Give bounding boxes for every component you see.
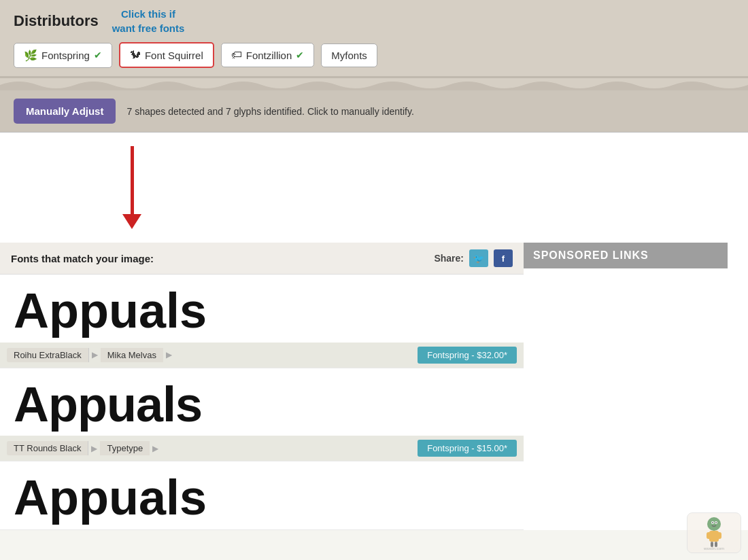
click-hint-line2: want free fonts	[112, 21, 185, 35]
font-result-2: Appuals TT Rounds Black ▶ Typetype ▶ Fon…	[0, 368, 524, 462]
twitter-icon: 🐦	[473, 253, 484, 264]
wavy-divider	[0, 78, 748, 90]
arrow-section	[0, 133, 748, 243]
font-name-1: Roihu ExtraBlack	[7, 348, 89, 362]
fontsquirrel-button[interactable]: 🐿 Font Squirrel	[119, 42, 214, 68]
manually-adjust-button[interactable]: Manually Adjust	[14, 99, 116, 124]
fontzillion-label: Fontzillion	[246, 50, 292, 61]
manually-adjust-info: 7 shapes detected and 7 glyphs identifie…	[126, 106, 413, 117]
watermark-area: wsxdn.com	[687, 512, 741, 553]
share-twitter-button[interactable]: 🐦	[469, 249, 488, 267]
sponsored-links-header: Sponsored Links	[524, 243, 728, 268]
red-arrow	[122, 146, 141, 229]
font-arrow-2: ▶	[88, 444, 100, 453]
svg-rect-6	[709, 531, 719, 542]
arrow-head	[122, 214, 141, 229]
wsxdn-logo: wsxdn.com	[687, 512, 741, 553]
font-tags-2: TT Rounds Black ▶ Typetype ▶	[7, 441, 161, 455]
fontspring-icon: 🌿	[24, 49, 37, 62]
svg-point-1	[707, 517, 721, 531]
fontspring-button[interactable]: 🌿 Fontspring ✔	[14, 43, 112, 68]
fontsquirrel-label: Font Squirrel	[145, 50, 203, 61]
font-preview-1: Appuals	[14, 285, 510, 337]
fontzillion-button[interactable]: 🏷 Fontzillion ✔	[221, 43, 315, 67]
results-section: Fonts that match your image: Share: 🐦 f …	[0, 243, 524, 530]
arrow-line	[131, 146, 134, 214]
buy-button-2[interactable]: Fontspring - $15.00*	[418, 440, 517, 457]
font-arrow-2b: ▶	[150, 444, 161, 453]
wsxdn-logo-svg: wsxdn.com	[690, 516, 738, 550]
font-preview-3: Appuals	[14, 472, 510, 524]
fontzillion-icon: 🏷	[231, 49, 242, 61]
fonts-match-title: Fonts that match your image:	[11, 253, 154, 264]
fontsquirrel-icon: 🐿	[130, 49, 141, 61]
buy-button-1[interactable]: Fontspring - $32.00*	[418, 347, 517, 364]
click-hint: Click this if want free fonts	[112, 7, 185, 35]
svg-point-4	[712, 522, 713, 523]
fonts-match-header: Fonts that match your image: Share: 🐦 f	[0, 243, 524, 275]
share-facebook-button[interactable]: f	[494, 249, 513, 267]
font-preview-2: Appuals	[14, 379, 510, 431]
myfonts-button[interactable]: Myfonts	[321, 43, 377, 67]
facebook-icon: f	[502, 253, 505, 264]
svg-rect-8	[717, 532, 721, 539]
font-info-bar-2: TT Rounds Black ▶ Typetype ▶ Fontspring …	[0, 436, 524, 461]
svg-rect-7	[707, 532, 711, 539]
distributors-title: Distributors	[14, 7, 99, 30]
manually-adjust-bar: Manually Adjust 7 shapes detected and 7 …	[0, 90, 748, 133]
svg-text:wsxdn.com: wsxdn.com	[703, 546, 724, 550]
font-info-bar-1: Roihu ExtraBlack ▶ Mika Melvas ▶ Fontspr…	[0, 343, 524, 368]
font-author-2: Typetype	[100, 441, 150, 455]
font-result-3: Appuals	[0, 461, 524, 530]
distributors-header: Distributors Click this if want free fon…	[14, 7, 734, 35]
fontspring-label: Fontspring	[41, 50, 90, 61]
svg-point-5	[715, 522, 717, 523]
sidebar: Sponsored Links	[524, 243, 728, 530]
share-section: Share: 🐦 f	[434, 249, 513, 267]
fontspring-check: ✔	[94, 50, 102, 60]
share-label: Share:	[434, 253, 464, 264]
click-hint-line1: Click this if	[112, 7, 185, 21]
top-section: Distributors Click this if want free fon…	[0, 0, 748, 78]
font-author-1: Mika Melvas	[101, 348, 163, 362]
font-tags-1: Roihu ExtraBlack ▶ Mika Melvas ▶	[7, 348, 175, 362]
fontzillion-check: ✔	[296, 50, 304, 60]
font-result-1: Appuals Roihu ExtraBlack ▶ Mika Melvas ▶…	[0, 275, 524, 368]
distributor-buttons: 🌿 Fontspring ✔ 🐿 Font Squirrel 🏷 Fontzil…	[14, 42, 734, 76]
font-name-2: TT Rounds Black	[7, 441, 88, 455]
myfonts-label: Myfonts	[331, 50, 367, 61]
font-arrow-1: ▶	[89, 350, 101, 360]
main-content: Fonts that match your image: Share: 🐦 f …	[0, 243, 748, 530]
font-arrow-1b: ▶	[163, 350, 175, 360]
